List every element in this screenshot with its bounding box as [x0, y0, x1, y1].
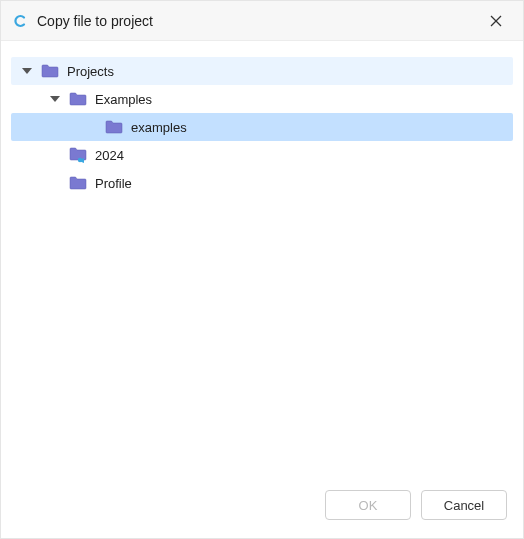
close-icon: [490, 15, 502, 27]
folder-icon: [69, 90, 87, 108]
chevron-down-icon: [50, 96, 60, 102]
tree-node-examples-child[interactable]: examples: [11, 113, 513, 141]
close-button[interactable]: [481, 6, 511, 36]
folder-icon: [105, 118, 123, 136]
tree-node-profile[interactable]: Profile: [11, 169, 513, 197]
svg-point-2: [78, 158, 82, 162]
tree-node-2024[interactable]: 2024: [11, 141, 513, 169]
cancel-button[interactable]: Cancel: [421, 490, 507, 520]
cancel-button-label: Cancel: [444, 498, 484, 513]
tree-node-label: Projects: [67, 64, 114, 79]
folder-tree[interactable]: Projects Examples examples: [1, 41, 523, 478]
folder-icon: [69, 174, 87, 192]
ok-button-label: OK: [359, 498, 378, 513]
dialog-footer: OK Cancel: [1, 478, 523, 538]
folder-icon: [41, 62, 59, 80]
tree-node-label: Examples: [95, 92, 152, 107]
tree-node-label: examples: [131, 120, 187, 135]
tree-node-examples[interactable]: Examples: [11, 85, 513, 113]
tree-node-label: Profile: [95, 176, 132, 191]
expand-toggle[interactable]: [19, 63, 35, 79]
ok-button[interactable]: OK: [325, 490, 411, 520]
folder-link-icon: [69, 146, 87, 164]
tree-node-projects[interactable]: Projects: [11, 57, 513, 85]
chevron-down-icon: [22, 68, 32, 74]
expand-toggle[interactable]: [47, 91, 63, 107]
window-title: Copy file to project: [37, 13, 481, 29]
titlebar: Copy file to project: [1, 1, 523, 41]
tree-node-label: 2024: [95, 148, 124, 163]
app-icon: [13, 13, 29, 29]
